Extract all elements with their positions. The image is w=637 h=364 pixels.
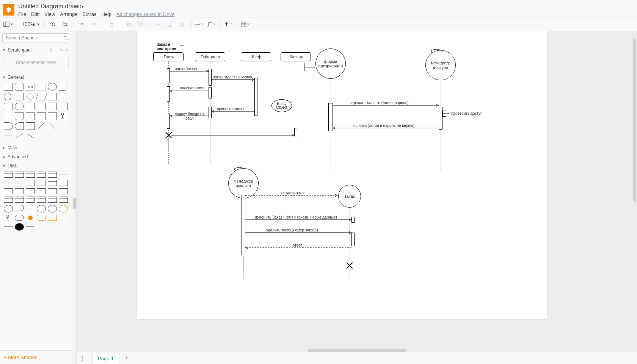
uml-circle2[interactable]	[37, 205, 46, 212]
more-shapes-button[interactable]: + More Shapes...	[0, 350, 72, 364]
shape-dashed[interactable]	[4, 132, 13, 140]
to-back-icon[interactable]	[135, 19, 146, 30]
uml-line3[interactable]	[15, 180, 24, 186]
shape-datastore[interactable]	[26, 122, 35, 130]
uml-t2[interactable]	[15, 197, 24, 203]
shape-step[interactable]	[59, 103, 68, 110]
uml-line-a[interactable]	[59, 215, 68, 221]
menu-edit[interactable]: Edit	[31, 11, 39, 17]
uml-comp5[interactable]	[59, 188, 68, 194]
menu-arrange[interactable]: Arrange	[60, 11, 77, 17]
document-title[interactable]: Untitled Diagram.drawio	[18, 2, 174, 11]
uml-half[interactable]	[15, 205, 24, 211]
shape-arrow4[interactable]	[25, 130, 36, 141]
uml-node-orange[interactable]	[48, 215, 57, 221]
uml-box2[interactable]	[37, 180, 46, 186]
uml-pkg[interactable]	[37, 188, 46, 194]
uml-class[interactable]	[4, 172, 13, 178]
uml-box4[interactable]	[59, 180, 68, 186]
waypoint-icon[interactable]	[206, 19, 217, 30]
menu-extras[interactable]: Extras	[83, 11, 97, 17]
zoom-out-icon[interactable]	[60, 19, 71, 30]
shape-line[interactable]	[59, 122, 68, 130]
shape-or[interactable]	[4, 122, 13, 130]
search-shapes[interactable]	[2, 33, 69, 42]
scratchpad-help-icon[interactable]: ?	[49, 48, 53, 52]
shape-card[interactable]	[37, 112, 46, 120]
shape-actor[interactable]	[59, 112, 68, 120]
shape-roundrect[interactable]	[15, 83, 24, 91]
scratchpad-edit-icon[interactable]: ✎	[59, 48, 63, 52]
shape-rect[interactable]	[4, 83, 13, 91]
uml-final[interactable]	[15, 223, 24, 231]
pages-menu-icon[interactable]	[79, 355, 86, 362]
shape-ellipse[interactable]	[48, 83, 57, 91]
uml-circle-orange[interactable]	[59, 205, 68, 212]
uml-usecase[interactable]	[15, 215, 24, 221]
menu-help[interactable]: Help	[101, 11, 111, 17]
section-advanced[interactable]: ▸Advanced	[0, 152, 72, 161]
shape-text[interactable]: Text	[26, 83, 35, 91]
uml-t1[interactable]	[4, 197, 13, 203]
section-general[interactable]: ▾General	[0, 72, 72, 81]
to-front-icon[interactable]	[123, 19, 134, 30]
delete-icon[interactable]	[106, 19, 117, 30]
section-misc[interactable]: ▸Misc	[0, 143, 72, 152]
uml-box3[interactable]	[48, 180, 57, 186]
shape-hexagon[interactable]	[48, 93, 57, 100]
add-page-button[interactable]: +	[122, 354, 131, 362]
fill-color-icon[interactable]	[152, 19, 163, 30]
redo-icon[interactable]	[89, 19, 100, 30]
shape-circle[interactable]	[4, 93, 11, 100]
shape-tape[interactable]	[15, 112, 24, 120]
line-color-icon[interactable]	[165, 19, 175, 30]
uml-line-b[interactable]	[4, 223, 13, 229]
undo-icon[interactable]	[77, 19, 88, 30]
uml-circle3[interactable]	[48, 205, 57, 212]
scratchpad-dropzone[interactable]: Drag elements here	[3, 56, 69, 69]
menu-file[interactable]: File	[18, 11, 26, 17]
shadow-icon[interactable]	[177, 19, 187, 30]
uml-line[interactable]	[59, 172, 68, 178]
diagram-page[interactable]: Заказ в ресторане :Гость :Официант :Шеф	[137, 31, 547, 319]
canvas[interactable]: Заказ в ресторане :Гость :Официант :Шеф	[77, 31, 637, 352]
section-uml[interactable]: ▾UML	[0, 161, 72, 170]
uml-actor-orange[interactable]	[4, 215, 13, 221]
vertical-scrollbar[interactable]	[633, 39, 636, 202]
shape-and[interactable]	[15, 122, 24, 130]
shape-process[interactable]	[15, 93, 24, 100]
uml-t3[interactable]	[26, 197, 35, 203]
shape-trapezoid[interactable]	[4, 112, 13, 120]
uml-comp2[interactable]	[15, 188, 24, 194]
shape-cube[interactable]	[48, 103, 57, 110]
uml-comp3[interactable]	[26, 188, 35, 194]
uml-class2[interactable]	[15, 172, 24, 178]
uml-line-c[interactable]	[26, 223, 35, 229]
uml-box1[interactable]	[26, 180, 35, 186]
shape-arrow2[interactable]	[46, 120, 58, 132]
menu-view[interactable]: View	[44, 11, 55, 17]
shape-triangle[interactable]	[59, 93, 68, 100]
uml-pin-orange[interactable]	[28, 216, 33, 220]
shape-cloud[interactable]	[15, 103, 24, 110]
shape-note[interactable]	[26, 112, 35, 120]
shape-square[interactable]	[59, 83, 66, 91]
insert-icon[interactable]: +	[223, 19, 234, 30]
scratchpad-add-icon[interactable]: +	[54, 48, 58, 52]
uml-frame-orange[interactable]	[37, 215, 46, 221]
uml-circle1[interactable]	[4, 205, 13, 212]
shape-callout[interactable]	[48, 112, 57, 120]
horizontal-scrollbar[interactable]	[308, 349, 406, 352]
uml-t6[interactable]	[59, 197, 68, 203]
shape-textbox[interactable]	[37, 83, 46, 91]
view-mode-button[interactable]	[3, 19, 14, 30]
shape-parallelogram[interactable]	[36, 93, 47, 100]
zoom-in-icon[interactable]	[48, 19, 58, 30]
uml-class3[interactable]	[26, 172, 35, 178]
outline-strip[interactable]	[72, 31, 77, 364]
shape-arrow1[interactable]	[35, 120, 47, 132]
section-scratchpad[interactable]: ▾Scratchpad ? + ✎ ✕	[0, 45, 72, 54]
shape-arrow3[interactable]	[14, 130, 25, 141]
tab-page-1[interactable]: Page-1	[92, 353, 119, 364]
shape-internal[interactable]	[37, 103, 46, 110]
